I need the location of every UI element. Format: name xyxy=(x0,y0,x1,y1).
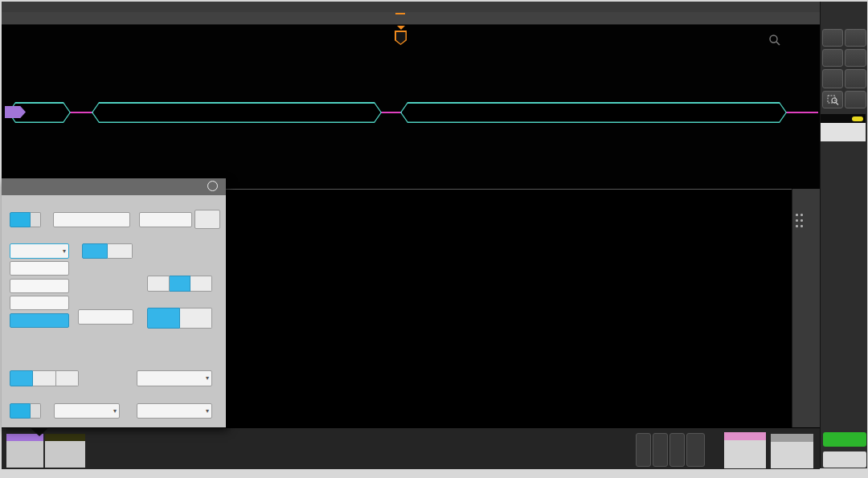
ch1-badge[interactable] xyxy=(45,434,85,468)
overview-trigger-marker[interactable] xyxy=(395,13,405,25)
bus-packet xyxy=(92,102,382,123)
add-new-bus-button[interactable] xyxy=(669,433,685,467)
data-bits-8[interactable] xyxy=(170,276,191,292)
search-button[interactable] xyxy=(845,49,866,67)
dialog-anchor-tail xyxy=(29,427,50,436)
acquire-button[interactable] xyxy=(823,432,866,447)
parity-odd[interactable] xyxy=(33,370,55,386)
screenshot-page xyxy=(0,0,868,478)
toggle-knob xyxy=(31,403,41,419)
help-icon[interactable] xyxy=(207,181,218,191)
panel-drag-handle[interactable] xyxy=(796,214,803,228)
label-input[interactable] xyxy=(53,212,130,227)
bus-connector xyxy=(379,112,403,113)
more-button[interactable] xyxy=(845,91,866,108)
oscilloscope-app xyxy=(2,2,866,468)
data-inputs-two[interactable] xyxy=(108,243,133,259)
data-inputs-one[interactable] xyxy=(82,243,108,259)
bus-connector xyxy=(784,112,818,113)
parity-none[interactable] xyxy=(10,370,33,386)
measure-button[interactable] xyxy=(822,49,843,67)
horizontal-badge[interactable] xyxy=(771,434,813,468)
bus-packet xyxy=(400,102,787,123)
cursors-button[interactable] xyxy=(822,29,843,47)
dialog-title[interactable] xyxy=(2,178,226,195)
meas-source-badge xyxy=(852,116,863,121)
plot-button[interactable] xyxy=(845,69,866,88)
display-format-dropdown[interactable] xyxy=(137,370,212,386)
trigger-arrow-icon xyxy=(397,26,405,30)
add-new-ref-button[interactable] xyxy=(653,433,668,467)
add-new-math-button[interactable] xyxy=(636,433,651,467)
tab-bar xyxy=(2,12,820,25)
scope1-badge[interactable] xyxy=(724,432,766,468)
packet-view-toggle[interactable] xyxy=(10,403,41,419)
data-bits-9[interactable] xyxy=(190,276,212,292)
bus-type-option-i2c[interactable] xyxy=(10,261,69,276)
parity-even[interactable] xyxy=(56,370,79,386)
status-indicator xyxy=(755,460,762,467)
callout-button[interactable] xyxy=(845,29,866,47)
bus1-config-dialog xyxy=(2,178,226,427)
bus-type-option-spi[interactable] xyxy=(10,296,69,310)
menu-bar xyxy=(2,2,820,12)
bus-type-option-parallel[interactable] xyxy=(10,279,69,293)
toggle-knob xyxy=(31,212,41,227)
polarity-inverted[interactable] xyxy=(180,308,212,329)
zoom-magnifier-icon[interactable] xyxy=(768,34,781,47)
set-to-zero-button[interactable] xyxy=(194,210,220,229)
add-new-scope-button[interactable] xyxy=(686,433,705,467)
datetime-display[interactable] xyxy=(823,451,866,468)
bus-type-option-rs232[interactable] xyxy=(10,313,69,328)
bus1-badge[interactable] xyxy=(6,434,43,468)
end-of-packet-dropdown[interactable] xyxy=(54,403,120,419)
polarity-normal[interactable] xyxy=(147,308,180,329)
bus-type-dropdown[interactable] xyxy=(10,243,69,259)
draw-box-zoom-button[interactable] xyxy=(822,91,843,108)
position-input[interactable] xyxy=(139,212,192,227)
data-bits-7[interactable] xyxy=(147,276,170,292)
threshold-input[interactable] xyxy=(78,309,133,325)
bus-connector xyxy=(68,112,95,113)
meas1-result[interactable] xyxy=(821,123,866,141)
decode-format-dropdown[interactable] xyxy=(137,403,212,419)
draw-box-zoom-icon xyxy=(827,94,839,105)
display-toggle[interactable] xyxy=(10,212,41,227)
results-table-button[interactable] xyxy=(822,69,843,88)
meas1-header[interactable] xyxy=(821,114,866,123)
